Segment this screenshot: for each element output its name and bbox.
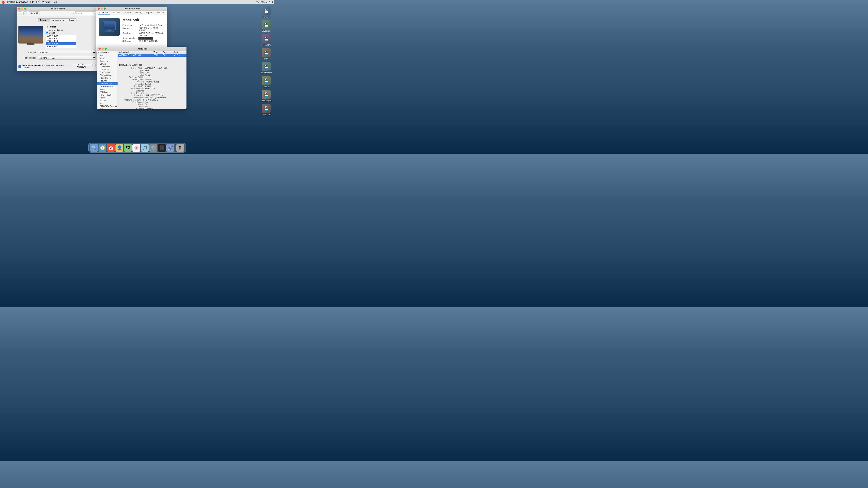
dell-close-button[interactable] (18, 7, 20, 10)
desktop-icon-label: ElCapitan (262, 30, 270, 32)
detail-grid: Chipset Model: NVIDIA GeForce GTX 660 Ty… (119, 67, 185, 109)
sidebar-item-camera[interactable]: Camera (97, 63, 118, 65)
dell-maximize-button[interactable] (24, 7, 26, 10)
sysinfo-maximize-button[interactable] (104, 47, 106, 50)
table-row[interactable]: NVIDIA GeForce GTX 660 GPU PCIe AirPort (118, 54, 186, 57)
desktop-icon-mavericks[interactable]: 💾 Mavericks (259, 6, 273, 19)
file-menu[interactable]: File (30, 1, 34, 3)
app-name-menu[interactable]: System Information (7, 1, 28, 3)
res-item-4[interactable]: 2048 × 1152 (46, 45, 76, 47)
about-window: About This Mac Overview Displays Storage… (96, 7, 167, 53)
sidebar-item-graphics-displays[interactable]: Graphics/Displays (97, 82, 118, 85)
res-item-0[interactable]: 3200 × 1800 (46, 34, 76, 37)
scaled-radio[interactable] (46, 31, 48, 34)
resolution-list[interactable]: 3200 × 1800 3008 × 1692 2560 × 1440 2304… (46, 34, 76, 48)
desktop-icon-snowleopard[interactable]: 💾 SnowLeopard (259, 89, 273, 102)
help-menu[interactable]: Help (53, 1, 58, 3)
sidebar-item-parallel-scsi[interactable]: Parallel SCSI (97, 94, 118, 96)
hardware-section-header[interactable]: ▼ Hardware (97, 51, 118, 54)
forward-button[interactable]: › (23, 11, 27, 15)
res-item-2[interactable]: 2560 × 1440 (46, 40, 76, 42)
window-menu[interactable]: Window (42, 1, 51, 3)
dock-trash[interactable]: 🗑 (176, 144, 184, 152)
dock-maps[interactable]: 🗺 (124, 144, 132, 152)
dock-calendar[interactable]: 📅 (107, 144, 115, 152)
mac-name: MacBook (122, 18, 164, 22)
sidebar-item-sas[interactable]: SAS (97, 102, 118, 105)
res-item-1[interactable]: 3008 × 1692 (46, 37, 76, 40)
gather-windows-button[interactable]: Gather Windows (71, 63, 92, 67)
sidebar-item-ethernet-cards[interactable]: Ethernet Cards (97, 74, 118, 77)
search-input[interactable] (73, 11, 96, 15)
about-minimize-button[interactable] (101, 7, 103, 10)
mirror-checkbox[interactable] (19, 65, 21, 68)
row-name: NVIDIA GeForce GTX 660 (119, 54, 154, 56)
sidebar-item-spi[interactable]: SPI (97, 108, 118, 109)
dock: 🔍 🧭 📅 👤 🗺 🌸 🎵 ⚙️ ⬛ 🚀 🗑 (88, 143, 186, 153)
row-slot: AirPort (174, 54, 186, 56)
tab-memory[interactable]: Memory (133, 11, 144, 15)
dell-toolbar: ‹ › Show All (17, 11, 98, 16)
tab-displays[interactable]: Displays (110, 11, 122, 15)
res-item-5[interactable]: 1920 × 1080 (46, 47, 76, 48)
desktop-icon-mountainlion[interactable]: 💾 MountainLion (259, 61, 273, 74)
sidebar-item-printers[interactable]: Printers (97, 99, 118, 102)
sidebar-item-card-reader[interactable]: Card Reader (97, 65, 118, 68)
tab-display[interactable]: Display (38, 19, 50, 22)
edit-menu[interactable]: Edit (36, 1, 40, 3)
sidebar-item-fibre-channel[interactable]: Fibre Channel (97, 77, 118, 79)
sidebar-item-pci-cards[interactable]: PCI Cards (97, 91, 118, 94)
about-maximize-button[interactable] (103, 7, 106, 10)
res-item-3[interactable]: 2304 × 1296 (46, 42, 76, 45)
best-for-display-radio[interactable] (46, 29, 48, 31)
sidebar-item-firewire[interactable]: FireWire (97, 79, 118, 82)
tab-overview[interactable]: Overview (98, 11, 110, 15)
detail-val-18: Supported (145, 108, 185, 109)
apple-menu[interactable]: 🍎 (1, 1, 5, 4)
back-button[interactable]: ‹ (18, 11, 22, 15)
dock-terminal[interactable]: ⬛ (158, 144, 166, 152)
about-traffic-lights (96, 7, 107, 10)
dock-safari[interactable]: 🧭 (98, 144, 106, 152)
sidebar-item-diagnostics[interactable]: Diagnostics (97, 68, 118, 71)
desktop-icon-lion[interactable]: 💾 Lion (259, 47, 273, 61)
help-button[interactable]: ? (92, 64, 96, 67)
dock-finder[interactable]: 🔍 (90, 144, 98, 152)
sidebar-item-ata[interactable]: ATA (97, 54, 118, 57)
show-all-button[interactable]: Show All (29, 11, 40, 15)
sidebar-item-power[interactable]: Power (97, 96, 118, 99)
desktop-icon-sierra[interactable]: 💾 Sierra (259, 75, 273, 89)
sidebar-item-audio[interactable]: Audio (97, 57, 118, 60)
sysinfo-minimize-button[interactable] (101, 47, 103, 50)
svg-rect-4 (104, 31, 114, 32)
detail-area: NVIDIA GeForce GTX 660: Chipset Model: N… (118, 63, 186, 109)
dock-photos[interactable]: 🌸 (132, 144, 140, 152)
refresh-select[interactable]: 60 Hertz (NTSC) (38, 56, 96, 60)
detail-key-2: Bus: (119, 72, 144, 74)
tab-color[interactable]: Color (67, 19, 76, 22)
tab-storage[interactable]: Storage (122, 11, 133, 15)
sidebar-item-bluetooth[interactable]: Bluetooth (97, 60, 118, 63)
detail-key-5: VRAM (Total): (119, 78, 144, 80)
sidebar-item-disc-burning[interactable]: Disc Burning (97, 71, 118, 74)
about-close-button[interactable] (98, 7, 100, 10)
sidebar-item-sata[interactable]: SATA/SATA Express (97, 105, 118, 108)
tab-arrangement[interactable]: Arrangement (50, 19, 67, 22)
desktop-icon-highsierra[interactable]: 💾 HighSierra (259, 34, 273, 47)
sidebar-item-hardware-raid[interactable]: Hardware RAID (97, 85, 118, 88)
tab-service[interactable]: Service (155, 11, 165, 15)
dell-minimize-button[interactable] (21, 7, 23, 10)
desktop-icon-elcapitan[interactable]: 💾 ElCapitan (259, 20, 273, 33)
tab-support[interactable]: Support (144, 11, 155, 15)
desktop-icon-yosemite[interactable]: 💾 Yosemite (259, 103, 273, 116)
sysinfo-close-button[interactable] (98, 47, 101, 50)
rotation-select[interactable]: Standard (38, 51, 96, 55)
dock-launchpad[interactable]: 🚀 (166, 144, 174, 152)
sysinfo-title: MacBook (108, 47, 177, 50)
graphics-row: Graphics NVIDIA GeForce GTX 660 2048 MB (122, 32, 164, 36)
detail-key-17: Online: (119, 106, 144, 108)
sidebar-item-memory[interactable]: Memory (97, 88, 118, 91)
dock-contacts[interactable]: 👤 (116, 144, 123, 152)
dock-preferences[interactable]: ⚙️ (149, 144, 157, 152)
dock-itunes[interactable]: 🎵 (141, 144, 149, 152)
